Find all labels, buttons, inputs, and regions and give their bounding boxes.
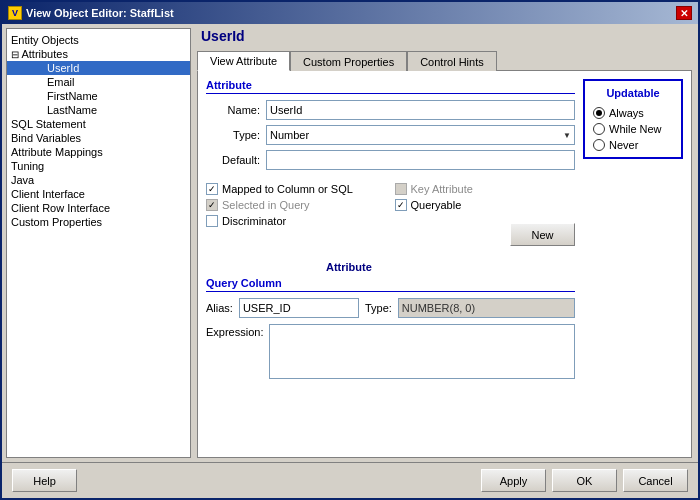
type-dropdown-arrow: ▼: [563, 131, 571, 140]
always-label: Always: [609, 107, 644, 119]
right-panel: UserId View Attribute Custom Properties …: [191, 24, 698, 462]
default-label: Default:: [206, 154, 266, 166]
name-row: Name:: [206, 100, 575, 120]
queryable-checkbox[interactable]: ✓: [395, 199, 407, 211]
sidebar-item-java[interactable]: Java: [7, 173, 190, 187]
query-section: Query Column Alias: Type: Expression:: [206, 277, 575, 379]
tab-control-hints[interactable]: Control Hints: [407, 51, 497, 71]
key-attribute-checkbox[interactable]: [395, 183, 407, 195]
queryable-row: ✓ Queryable: [395, 199, 576, 211]
type-label: Type:: [206, 129, 266, 141]
form-panel: Attribute Name: Type: Number ▼ Default:: [197, 71, 692, 458]
tab-strip: View Attribute Custom Properties Control…: [197, 50, 692, 71]
queryable-label: Queryable: [411, 199, 462, 211]
sidebar-item-lastname[interactable]: LastName: [7, 103, 190, 117]
always-radio[interactable]: [593, 107, 605, 119]
expression-row: Expression:: [206, 324, 575, 379]
checkboxes-area: ✓ Mapped to Column or SQL Key Attribute …: [206, 183, 575, 227]
sidebar-item-tuning[interactable]: Tuning: [7, 159, 190, 173]
apply-button[interactable]: Apply: [481, 469, 546, 492]
alias-row: Alias: Type:: [206, 298, 575, 318]
discriminator-checkbox[interactable]: [206, 215, 218, 227]
main-content: Entity Objects ⊟ Attributes UserId Email…: [2, 24, 698, 462]
sidebar: Entity Objects ⊟ Attributes UserId Email…: [6, 28, 191, 458]
expression-input[interactable]: [269, 324, 575, 379]
ok-button[interactable]: OK: [552, 469, 617, 492]
type-select[interactable]: Number ▼: [266, 125, 575, 145]
selected-in-query-checkbox[interactable]: ✓: [206, 199, 218, 211]
name-input[interactable]: [266, 100, 575, 120]
window-title: View Object Editor: StaffList: [26, 7, 174, 19]
tab-view-attribute[interactable]: View Attribute: [197, 51, 290, 71]
while-new-radio[interactable]: [593, 123, 605, 135]
sidebar-item-email[interactable]: Email: [7, 75, 190, 89]
window-icon: V: [8, 6, 22, 20]
type-row: Type: Number ▼: [206, 125, 575, 145]
alias-label: Alias:: [206, 302, 233, 314]
titlebar: V View Object Editor: StaffList ✕: [2, 2, 698, 24]
default-row: Default:: [206, 150, 575, 170]
sidebar-item-attribute-mappings[interactable]: Attribute Mappings: [7, 145, 190, 159]
bottom-right-buttons: Apply OK Cancel: [481, 469, 688, 492]
tab-custom-properties[interactable]: Custom Properties: [290, 51, 407, 71]
discriminator-row: Discriminator: [206, 215, 387, 227]
selected-in-query-row: ✓ Selected in Query: [206, 199, 387, 211]
discriminator-label: Discriminator: [222, 215, 286, 227]
key-attribute-label: Key Attribute: [411, 183, 473, 195]
new-button[interactable]: New: [510, 223, 575, 246]
cancel-button[interactable]: Cancel: [623, 469, 688, 492]
titlebar-left: V View Object Editor: StaffList: [8, 6, 174, 20]
type-label-query: Type:: [365, 302, 392, 314]
while-new-row: While New: [593, 123, 673, 135]
sidebar-item-client-row-interface[interactable]: Client Row Interface: [7, 201, 190, 215]
never-row: Never: [593, 139, 673, 151]
expression-label: Expression:: [206, 324, 263, 338]
always-row: Always: [593, 107, 673, 119]
sidebar-item-client-interface[interactable]: Client Interface: [7, 187, 190, 201]
updatable-panel: Updatable Always While New Never: [583, 79, 683, 159]
attribute-section-header: Attribute: [206, 79, 575, 94]
name-label: Name:: [206, 104, 266, 116]
never-radio[interactable]: [593, 139, 605, 151]
key-attribute-row: Key Attribute: [395, 183, 576, 195]
alias-input[interactable]: [239, 298, 359, 318]
main-window: V View Object Editor: StaffList ✕ Entity…: [0, 0, 700, 500]
close-button[interactable]: ✕: [676, 6, 692, 20]
mapped-to-column-label: Mapped to Column or SQL: [222, 183, 353, 195]
sidebar-item-userid[interactable]: UserId: [7, 61, 190, 75]
sidebar-item-entity-objects[interactable]: Entity Objects: [7, 33, 190, 47]
updatable-title: Updatable: [593, 87, 673, 99]
while-new-label: While New: [609, 123, 662, 135]
help-button[interactable]: Help: [12, 469, 77, 492]
sidebar-item-bind-variables[interactable]: Bind Variables: [7, 131, 190, 145]
selected-in-query-label: Selected in Query: [222, 199, 309, 211]
type-value-query: [398, 298, 575, 318]
default-input[interactable]: [266, 150, 575, 170]
mapped-to-column-checkbox[interactable]: ✓: [206, 183, 218, 195]
sidebar-item-sql-statement[interactable]: SQL Statement: [7, 117, 190, 131]
attribute-sub-label: Attribute: [326, 261, 372, 273]
sidebar-item-attributes[interactable]: ⊟ Attributes: [7, 47, 190, 61]
never-label: Never: [609, 139, 638, 151]
sidebar-item-custom-properties[interactable]: Custom Properties: [7, 215, 190, 229]
sidebar-item-firstname[interactable]: FirstName: [7, 89, 190, 103]
query-column-header: Query Column: [206, 277, 575, 292]
form-main: Attribute Name: Type: Number ▼ Default:: [206, 79, 575, 449]
panel-title: UserId: [197, 28, 692, 44]
bottom-bar: Help Apply OK Cancel: [2, 462, 698, 498]
mapped-to-column-row: ✓ Mapped to Column or SQL: [206, 183, 387, 195]
